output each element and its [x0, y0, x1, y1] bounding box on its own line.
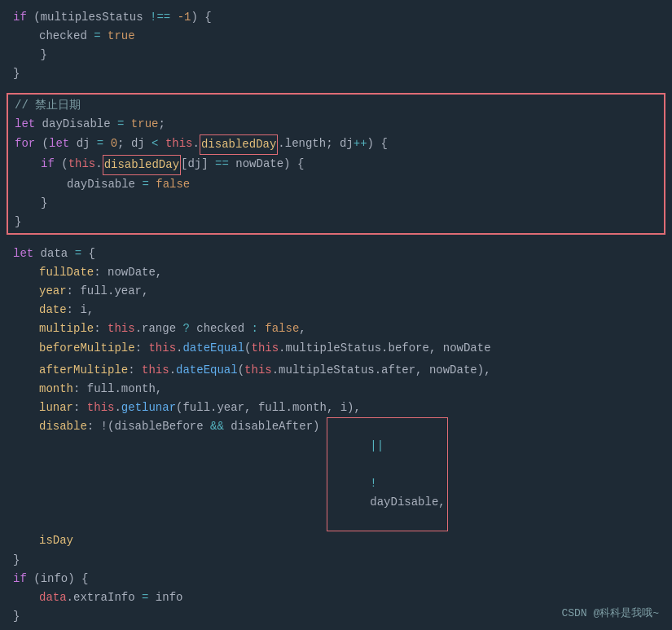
- code-line: fullDate : nowDate,: [0, 263, 672, 282]
- code-container: if ( multiplesStatus !== -1 ) { checked …: [0, 0, 672, 630]
- code-line: }: [0, 46, 672, 64]
- code-line-comment: // 禁止日期: [8, 96, 664, 115]
- code-line: afterMultiple : this . dateEqual ( this …: [0, 361, 672, 380]
- footer-watermark: CSDN @科科是我哦~: [561, 606, 659, 620]
- code-line: }: [8, 194, 664, 213]
- code-line: }: [8, 213, 664, 231]
- code-line: if ( multiplesStatus !== -1 ) {: [0, 8, 672, 27]
- code-line: }: [0, 64, 672, 83]
- code-line: multiple : this .range ? checked : false…: [0, 319, 672, 338]
- code-line: beforeMultiple : this . dateEqual ( this…: [0, 339, 672, 358]
- code-line: if ( info) {: [0, 570, 672, 588]
- disabled-day-highlight2: disabledDay: [103, 155, 181, 175]
- code-line: let data = {: [0, 245, 672, 263]
- keyword-if: if: [13, 8, 27, 27]
- code-line: date : i,: [0, 301, 672, 319]
- code-line: data .extraInfo = info: [0, 588, 672, 607]
- spacer: [0, 238, 672, 245]
- disable-highlight: || ! dayDisable,: [327, 417, 448, 532]
- code-line: year : full.year,: [0, 282, 672, 301]
- code-line: disable : !(disableBefore && disableAfte…: [0, 417, 672, 532]
- code-line: checked = true: [0, 27, 672, 46]
- spacer: [0, 83, 672, 90]
- code-line: isDay: [0, 531, 672, 550]
- highlighted-block: // 禁止日期 let dayDisable = true ; for ( le…: [7, 93, 665, 235]
- code-line: for ( let dj = 0 ; dj < this . disabledD…: [8, 134, 664, 155]
- code-line: lunar : this . getlunar (full.year, full…: [0, 399, 672, 417]
- code-line: let dayDisable = true ;: [8, 115, 664, 134]
- code-line: month : full.month,: [0, 380, 672, 399]
- disabled-day-highlight: disabledDay: [200, 134, 278, 155]
- code-line: if ( this . disabledDay [dj] == nowDate)…: [8, 155, 664, 175]
- code-line: }: [0, 551, 672, 570]
- code-line: dayDisable = false: [8, 175, 664, 194]
- comment: // 禁止日期: [15, 96, 81, 115]
